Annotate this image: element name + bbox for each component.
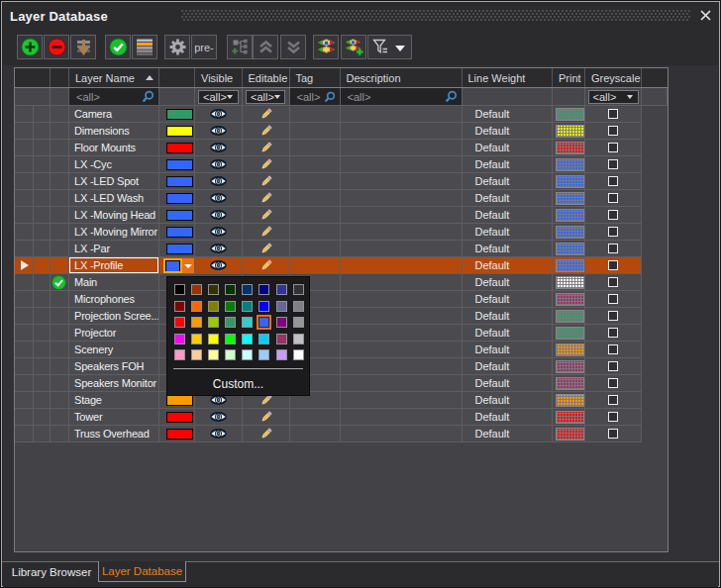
add-layer-set-button[interactable]	[341, 35, 366, 59]
layer-row-projection-scree[interactable]: Projection Scree... Default	[15, 308, 668, 325]
layer-color-cell[interactable]	[159, 123, 196, 140]
palette-color-swatch[interactable]	[258, 349, 269, 360]
layer-print-cell[interactable]	[553, 426, 585, 442]
layer-color-swatch[interactable]	[166, 210, 193, 221]
layer-print-cell[interactable]	[553, 358, 585, 375]
layer-visible-cell[interactable]	[195, 224, 243, 241]
palette-color-swatch[interactable]	[276, 301, 287, 312]
greyscale-checkbox[interactable]	[608, 294, 618, 304]
greyscale-checkbox[interactable]	[608, 412, 618, 422]
palette-color-swatch[interactable]	[276, 284, 287, 295]
layer-print-cell[interactable]	[553, 224, 585, 241]
filter-button[interactable]	[367, 35, 412, 59]
greyscale-checkbox[interactable]	[608, 277, 618, 287]
palette-color-swatch[interactable]	[242, 284, 253, 295]
layer-visible-cell[interactable]	[195, 190, 243, 207]
description-filter-input[interactable]: <all>	[341, 88, 463, 105]
layer-print-cell[interactable]	[553, 123, 585, 140]
palette-color-swatch[interactable]	[242, 317, 253, 328]
layer-greyscale-cell[interactable]	[585, 224, 642, 241]
layer-tag-cell[interactable]	[290, 426, 341, 442]
layer-row-truss-overhead[interactable]: Truss Overhead Default	[15, 426, 668, 442]
layer-description-cell[interactable]	[341, 375, 463, 392]
layer-print-cell[interactable]	[553, 375, 585, 392]
layer-print-cell[interactable]	[553, 274, 585, 291]
layer-color-swatch[interactable]	[166, 143, 193, 153]
layer-color-cell[interactable]	[159, 207, 196, 224]
layer-description-cell[interactable]	[341, 140, 463, 156]
layer-print-cell[interactable]	[553, 308, 585, 325]
layer-greyscale-cell[interactable]	[585, 409, 642, 426]
layer-greyscale-cell[interactable]	[585, 207, 642, 224]
layer-line-weight-cell[interactable]: Default	[463, 291, 554, 308]
layer-row-floor-mounts[interactable]: Floor Mounts Default	[15, 140, 668, 156]
layer-editable-cell[interactable]	[243, 224, 290, 241]
layer-description-cell[interactable]	[341, 358, 463, 375]
layer-visible-cell[interactable]	[195, 241, 243, 257]
layer-color-swatch[interactable]	[166, 395, 193, 406]
palette-color-swatch[interactable]	[293, 349, 304, 360]
header-greyscale[interactable]: Greyscale	[585, 68, 642, 87]
palette-color-swatch[interactable]	[276, 334, 287, 344]
palette-color-swatch[interactable]	[242, 301, 253, 312]
header-line-weight[interactable]: Line Weight	[463, 68, 554, 87]
layer-tag-cell[interactable]	[290, 156, 341, 173]
layer-line-weight-cell[interactable]: Default	[463, 224, 554, 241]
layer-greyscale-cell[interactable]	[585, 392, 642, 409]
prefix-button[interactable]: pre-	[191, 35, 217, 59]
layer-row-lx-par[interactable]: LX -Par Default	[15, 241, 668, 257]
palette-color-swatch[interactable]	[225, 349, 236, 360]
layer-greyscale-cell[interactable]	[585, 190, 642, 207]
layer-row-projector[interactable]: Projector Default	[15, 325, 668, 342]
layer-row-lx-led-wash[interactable]: LX -LED Wash Default	[15, 190, 668, 207]
palette-color-swatch[interactable]	[174, 284, 185, 295]
layer-print-cell[interactable]	[553, 342, 585, 358]
palette-color-swatch[interactable]	[225, 301, 236, 312]
layer-row-lx-cyc[interactable]: LX -Cyc Default	[15, 156, 668, 173]
layer-line-weight-cell[interactable]: Default	[463, 190, 554, 207]
import-layers-button[interactable]	[70, 35, 96, 59]
layer-description-cell[interactable]	[341, 274, 463, 291]
layer-print-cell[interactable]	[553, 392, 585, 409]
layer-greyscale-cell[interactable]	[585, 241, 642, 257]
palette-color-swatch[interactable]	[258, 334, 269, 344]
greyscale-checkbox[interactable]	[608, 143, 618, 152]
layer-description-cell[interactable]	[341, 409, 463, 426]
layer-tag-cell[interactable]	[290, 257, 341, 274]
greyscale-checkbox[interactable]	[608, 311, 618, 321]
greyscale-checkbox[interactable]	[608, 395, 618, 405]
greyscale-checkbox[interactable]	[608, 361, 618, 371]
title-grip-texture[interactable]	[181, 10, 690, 22]
palette-color-swatch[interactable]	[208, 284, 219, 295]
layer-greyscale-cell[interactable]	[585, 140, 642, 156]
layer-print-cell[interactable]	[553, 156, 585, 173]
palette-color-swatch[interactable]	[191, 284, 202, 295]
layer-tag-cell[interactable]	[290, 106, 341, 123]
greyscale-checkbox[interactable]	[608, 159, 618, 169]
layer-line-weight-cell[interactable]: Default	[463, 106, 554, 123]
greyscale-checkbox[interactable]	[608, 244, 618, 253]
layer-visible-cell[interactable]	[195, 106, 243, 123]
visible-filter-dropdown[interactable]: <all>	[198, 90, 239, 104]
color-dropdown-button[interactable]	[182, 258, 195, 273]
greyscale-checkbox[interactable]	[608, 176, 618, 186]
palette-color-swatch[interactable]	[208, 301, 219, 312]
palette-color-swatch[interactable]	[208, 317, 219, 328]
layer-color-swatch-focused[interactable]	[163, 258, 182, 273]
greyscale-checkbox[interactable]	[608, 126, 618, 136]
color-picker-custom-item[interactable]: Custom...	[167, 375, 309, 393]
layer-editable-cell[interactable]	[243, 409, 290, 426]
palette-color-swatch[interactable]	[225, 317, 236, 328]
layer-line-weight-cell[interactable]: Default	[463, 207, 554, 224]
palette-color-swatch[interactable]	[293, 284, 304, 295]
layer-greyscale-cell[interactable]	[585, 291, 642, 308]
layer-tag-cell[interactable]	[290, 190, 341, 207]
layer-row-tower[interactable]: Tower Default	[15, 409, 668, 426]
palette-color-swatch[interactable]	[225, 284, 236, 295]
greyscale-checkbox[interactable]	[608, 227, 618, 237]
palette-color-swatch[interactable]	[174, 301, 185, 312]
layer-visible-cell[interactable]	[195, 156, 243, 173]
add-child-layer-button[interactable]	[227, 35, 253, 59]
layer-tag-cell[interactable]	[290, 224, 341, 241]
layer-line-weight-cell[interactable]: Default	[463, 173, 554, 190]
